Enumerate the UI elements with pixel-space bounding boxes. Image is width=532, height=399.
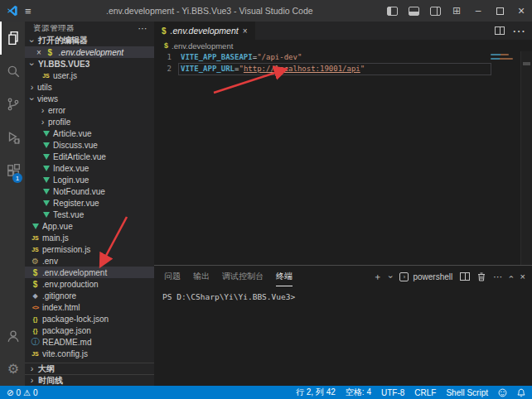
- vue-file-icon: [41, 212, 51, 218]
- extensions-icon[interactable]: 1: [0, 154, 25, 187]
- tree-item-README.md[interactable]: ⓘREADME.md: [25, 336, 154, 348]
- close-icon[interactable]: ×: [36, 48, 41, 57]
- code-token: VITE_APP_URL: [181, 65, 235, 73]
- status-encoding[interactable]: UTF-8: [381, 388, 404, 397]
- problems-indicator[interactable]: ⊘ 0 ⚠ 0: [7, 388, 37, 397]
- source-control-icon[interactable]: [0, 88, 25, 121]
- file-label: utils: [37, 83, 52, 92]
- toggle-panel-icon[interactable]: [403, 0, 424, 22]
- file-label: Discuss.vue: [53, 141, 98, 150]
- line-number: 1: [154, 53, 179, 61]
- tree-item-Discuss.vue[interactable]: Discuss.vue: [25, 139, 154, 151]
- editor[interactable]: 1VITE_APP_BASEAPI="/api-dev"2VITE_APP_UR…: [154, 51, 532, 265]
- status-indentation[interactable]: 空格: 4: [346, 387, 371, 398]
- new-terminal-icon[interactable]: ＋: [373, 271, 382, 283]
- editor-group: $ .env.development × ⋯ $ .env.developmen…: [154, 22, 532, 386]
- tree-item-index.html[interactable]: <>index.html: [25, 301, 154, 313]
- close-panel-icon[interactable]: ×: [520, 272, 525, 281]
- more-actions-icon[interactable]: ⋯: [138, 23, 148, 34]
- close-icon[interactable]: ×: [243, 26, 248, 36]
- tree-item-App.vue[interactable]: App.vue: [25, 220, 154, 232]
- tree-item-Index.vue[interactable]: Index.vue: [25, 162, 154, 174]
- toggle-sidebar-icon[interactable]: [381, 0, 403, 22]
- vscode-window: ≡ .env.development - Yi.BBS.Vue3 - Visua…: [0, 0, 532, 399]
- search-icon[interactable]: [0, 55, 25, 88]
- toggle-secondary-sidebar-icon[interactable]: [424, 0, 446, 22]
- project-section[interactable]: › YI.BBS.VUE3: [25, 58, 154, 70]
- tree-item-.gitignore[interactable]: ◆.gitignore: [25, 290, 154, 301]
- tree-item-Test.vue[interactable]: Test.vue: [25, 209, 154, 220]
- customize-layout-icon[interactable]: ⊞: [446, 0, 467, 22]
- breadcrumb[interactable]: $ .env.development: [154, 40, 532, 51]
- vue-file-icon: [30, 224, 41, 229]
- tree-item-permission.js[interactable]: JSpermission.js: [25, 243, 154, 255]
- tree-item-main.js[interactable]: JSmain.js: [25, 232, 154, 243]
- file-label: .env: [42, 257, 58, 266]
- menu-icon[interactable]: ≡: [25, 5, 31, 17]
- panel-tab-调试控制台[interactable]: 调试控制台: [222, 267, 264, 286]
- split-terminal-icon[interactable]: [460, 272, 470, 281]
- main-area: 1 ⚙ 资源管理器 ⋯ › 打开的编辑器 × $ .env.: [0, 22, 532, 386]
- tab-env-development[interactable]: $ .env.development ×: [154, 22, 255, 40]
- more-actions-icon[interactable]: ⋯: [512, 23, 525, 39]
- notifications-bell-icon[interactable]: [517, 388, 525, 397]
- maximize-panel-icon[interactable]: ›: [506, 275, 515, 277]
- file-label: .env.production: [42, 280, 99, 289]
- chevron-right-icon: ›: [28, 364, 36, 373]
- outline-section[interactable]: › 大纲: [25, 363, 154, 374]
- file-label: package-lock.json: [42, 315, 109, 324]
- code-line-2[interactable]: 2VITE_APP_URL="http://localhost:19001/ap…: [154, 63, 532, 75]
- url-link[interactable]: http://localhost:19001/api: [244, 65, 360, 73]
- file-label: vite.config.js: [42, 349, 88, 358]
- tree-item-package-lock.json[interactable]: {}package-lock.json: [25, 313, 154, 324]
- tree-item-Login.vue[interactable]: Login.vue: [25, 174, 154, 185]
- tree-item-error[interactable]: ›error: [25, 104, 154, 116]
- tree-item-EditArticle.vue[interactable]: EditArticle.vue: [25, 151, 154, 162]
- tree-item-Article.vue[interactable]: Article.vue: [25, 127, 154, 139]
- feedback-smiley-icon[interactable]: [498, 388, 507, 397]
- status-eol[interactable]: CRLF: [414, 388, 436, 397]
- panel-tab-输出[interactable]: 输出: [193, 267, 210, 286]
- vue-file-icon: [41, 166, 51, 171]
- open-editors-section[interactable]: › 打开的编辑器: [25, 35, 154, 46]
- file-label: main.js: [42, 233, 69, 243]
- shell-label[interactable]: powershell: [413, 272, 452, 281]
- tree-item-.env.production[interactable]: $.env.production: [25, 278, 154, 290]
- run-debug-icon[interactable]: [0, 121, 25, 154]
- js-file-icon: JS: [30, 351, 41, 357]
- kill-terminal-icon[interactable]: [477, 272, 486, 281]
- terminal-dropdown-icon[interactable]: ›: [386, 275, 395, 277]
- tree-item-Register.vue[interactable]: Register.vue: [25, 197, 154, 209]
- terminal-content[interactable]: PS D:\CSharp\Yi\Yi.BBS.Vue3>: [154, 287, 532, 386]
- close-button[interactable]: ×: [510, 0, 532, 22]
- dollar-file-icon: $: [30, 268, 41, 277]
- panel-tab-问题[interactable]: 问题: [164, 267, 181, 286]
- status-cursor-position[interactable]: 行 2, 列 42: [296, 387, 336, 398]
- tree-item-package.json[interactable]: {}package.json: [25, 324, 154, 336]
- open-editor-item[interactable]: × $ .env.development: [25, 46, 154, 58]
- chevron-right-icon: ›: [28, 376, 36, 385]
- code-line-1[interactable]: 1VITE_APP_BASEAPI="/api-dev": [154, 51, 532, 63]
- minimize-button[interactable]: –: [467, 0, 489, 22]
- panel-tab-终端[interactable]: 终端: [276, 267, 293, 286]
- minimap[interactable]: [491, 54, 519, 62]
- tree-item-utils[interactable]: ›utils: [25, 81, 154, 93]
- settings-gear-icon[interactable]: ⚙: [0, 353, 25, 386]
- file-label: NotFound.vue: [53, 187, 105, 196]
- tree-item-user.js[interactable]: JSuser.js: [25, 70, 154, 81]
- maximize-button[interactable]: [489, 0, 510, 22]
- timeline-section[interactable]: › 时间线: [25, 374, 154, 386]
- file-label: App.vue: [42, 222, 73, 231]
- tree-item-views[interactable]: ›views: [25, 93, 154, 104]
- tree-item-.env[interactable]: ⚙.env: [25, 255, 154, 267]
- tree-item-NotFound.vue[interactable]: NotFound.vue: [25, 185, 154, 197]
- account-icon[interactable]: [0, 320, 25, 353]
- tree-item-.env.development[interactable]: $.env.development: [25, 267, 154, 278]
- explorer-icon[interactable]: [0, 22, 25, 55]
- tree-item-vite.config.js[interactable]: JSvite.config.js: [25, 348, 154, 359]
- editor-scrollbar[interactable]: [520, 51, 532, 265]
- split-editor-icon[interactable]: [495, 26, 505, 35]
- status-language-mode[interactable]: Shell Script: [446, 388, 488, 397]
- tree-item-profile[interactable]: ›profile: [25, 116, 154, 127]
- more-actions-icon[interactable]: ⋯: [493, 272, 502, 282]
